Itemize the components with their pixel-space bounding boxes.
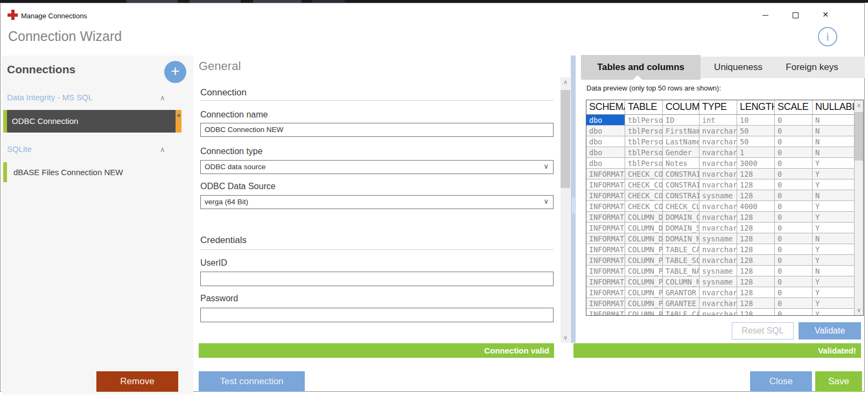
table-cell[interactable]: sysname <box>699 190 737 200</box>
table-cell[interactable]: 0 <box>775 115 813 125</box>
form-scrollbar[interactable]: ∧ ∨ <box>561 77 570 343</box>
table-cell[interactable]: nvarchar <box>699 158 737 168</box>
table-cell[interactable]: 10 <box>737 115 775 125</box>
table-cell[interactable]: COLUMN_N <box>663 276 699 287</box>
table-cell[interactable]: nvarchar <box>699 309 737 315</box>
table-cell[interactable]: 128 <box>737 179 775 190</box>
table-cell[interactable]: 0 <box>775 244 813 254</box>
table-cell[interactable]: DOMAIN_S <box>663 223 699 233</box>
column-header[interactable]: TYPE <box>699 100 737 114</box>
table-row[interactable]: dbotblPersoNotesnvarchar30000Y <box>586 158 854 169</box>
table-cell[interactable]: 0 <box>775 223 813 233</box>
table-cell[interactable]: dbo <box>586 126 625 136</box>
close-button[interactable]: Close <box>750 371 812 392</box>
table-cell[interactable]: 0 <box>775 266 813 276</box>
password-input[interactable] <box>200 308 554 322</box>
table-cell[interactable]: CHECK_CO <box>625 190 663 200</box>
table-row[interactable]: INFORMATCOLUMN_PTABLE_SCnvarchar1280Y <box>586 255 854 266</box>
table-cell[interactable]: Y <box>813 255 854 265</box>
table-cell[interactable]: CONSTRAI <box>663 190 699 200</box>
table-cell[interactable]: Y <box>813 276 854 287</box>
table-cell[interactable]: COLUMN_P <box>625 309 663 315</box>
table-cell[interactable]: 0 <box>775 233 813 244</box>
table-cell[interactable]: 50 <box>737 136 775 147</box>
odbc-data-source-select[interactable]: verga (64 Bit)∨ <box>200 195 554 209</box>
table-cell[interactable]: Y <box>813 169 854 179</box>
save-button[interactable]: Save <box>815 371 862 392</box>
table-cell[interactable]: 0 <box>775 212 813 222</box>
table-cell[interactable]: N <box>813 190 854 200</box>
table-cell[interactable]: INFORMAT <box>586 298 625 308</box>
table-cell[interactable]: 0 <box>775 255 813 265</box>
table-cell[interactable]: INFORMAT <box>586 190 625 200</box>
table-cell[interactable]: N <box>813 126 854 136</box>
table-cell[interactable]: 128 <box>737 169 775 179</box>
table-cell[interactable]: INFORMAT <box>586 266 625 276</box>
table-row[interactable]: dbotblPersoLastNamenvarchar500N <box>586 136 854 147</box>
sidebar-group-data-integrity[interactable]: Data Integrity - MS SQL <box>7 93 93 102</box>
table-cell[interactable]: INFORMAT <box>586 212 625 222</box>
table-cell[interactable]: INFORMAT <box>586 287 625 297</box>
table-cell[interactable]: dbo <box>586 115 625 125</box>
table-cell[interactable]: Y <box>813 244 854 254</box>
table-cell[interactable]: 0 <box>775 147 813 157</box>
table-cell[interactable]: INFORMAT <box>586 223 625 233</box>
maximize-button[interactable] <box>783 8 807 21</box>
table-cell[interactable]: 50 <box>737 126 775 136</box>
table-cell[interactable]: ID <box>663 115 699 125</box>
table-cell[interactable]: COLUMN_P <box>625 287 663 297</box>
table-cell[interactable]: COLUMN_P <box>625 276 663 287</box>
table-cell[interactable]: dbo <box>586 147 625 157</box>
table-cell[interactable]: GRANTOR <box>663 287 699 297</box>
table-cell[interactable]: TABLE_NA <box>663 266 699 276</box>
table-row[interactable]: INFORMATCOLUMN_PTABLE_NAsysname1280N <box>586 266 854 276</box>
table-cell[interactable]: nvarchar <box>699 169 737 179</box>
column-header[interactable]: TABLE <box>625 100 663 114</box>
connection-name-input[interactable]: ODBC Connection NEW <box>200 123 554 137</box>
connection-type-select[interactable]: ODBC data source∨ <box>200 160 554 174</box>
table-cell[interactable]: 0 <box>775 309 813 315</box>
table-cell[interactable]: INFORMAT <box>586 169 625 179</box>
table-cell[interactable]: INFORMAT <box>586 201 625 211</box>
table-cell[interactable]: DOMAIN_C <box>663 212 699 222</box>
scroll-down-icon[interactable]: ∨ <box>561 334 570 342</box>
minimize-button[interactable] <box>753 8 777 21</box>
table-cell[interactable]: DOMAIN_N <box>663 233 699 244</box>
table-row[interactable]: INFORMATCOLUMN_PGRANTEEnvarchar1280Y <box>586 298 854 309</box>
table-row[interactable]: INFORMATCOLUMN_DDOMAIN_Nsysname1280N <box>586 233 854 244</box>
table-cell[interactable]: CONSTRAI <box>663 169 699 179</box>
table-cell[interactable]: 3000 <box>737 158 775 168</box>
table-cell[interactable]: tblPerso <box>625 147 663 157</box>
table-cell[interactable]: COLUMN_P <box>625 255 663 265</box>
table-cell[interactable]: Notes <box>663 158 699 168</box>
table-cell[interactable]: INFORMAT <box>586 255 625 265</box>
table-cell[interactable]: COLUMN_P <box>625 266 663 276</box>
table-cell[interactable]: N <box>813 115 854 125</box>
sidebar-group-sqlite[interactable]: SQLite <box>7 144 32 154</box>
table-scrollbar[interactable]: ∧ ∨ <box>854 100 863 315</box>
table-cell[interactable]: nvarchar <box>699 298 737 308</box>
scroll-down-icon[interactable]: ∨ <box>855 306 863 314</box>
table-cell[interactable]: nvarchar <box>699 201 737 211</box>
table-cell[interactable]: N <box>813 136 854 147</box>
scroll-up-icon[interactable]: ∧ <box>855 101 863 109</box>
table-cell[interactable]: 0 <box>775 276 813 287</box>
table-cell[interactable]: sysname <box>699 266 737 276</box>
reset-sql-button[interactable]: Reset SQL <box>732 322 794 339</box>
info-icon[interactable]: i <box>818 27 837 46</box>
table-cell[interactable]: 0 <box>775 158 813 168</box>
table-cell[interactable]: CHECK_CO <box>625 201 663 211</box>
table-cell[interactable]: 128 <box>737 255 775 265</box>
table-cell[interactable]: Y <box>813 158 854 168</box>
table-cell[interactable]: FirstNam <box>663 126 699 136</box>
table-cell[interactable]: INFORMAT <box>586 179 625 190</box>
table-cell[interactable]: TABLE_SC <box>663 255 699 265</box>
table-cell[interactable]: nvarchar <box>699 223 737 233</box>
table-cell[interactable]: TABLE_CA <box>663 309 699 315</box>
table-cell[interactable]: Y <box>813 298 854 308</box>
test-connection-button[interactable]: Test connection <box>199 371 305 392</box>
table-row[interactable]: dbotblPersoGendernvarchar10N <box>586 147 854 158</box>
table-row[interactable]: INFORMATCHECK_COCONSTRAInvarchar1280Y <box>586 169 854 179</box>
table-cell[interactable]: N <box>813 266 854 276</box>
scrollbar-thumb[interactable] <box>561 90 570 188</box>
